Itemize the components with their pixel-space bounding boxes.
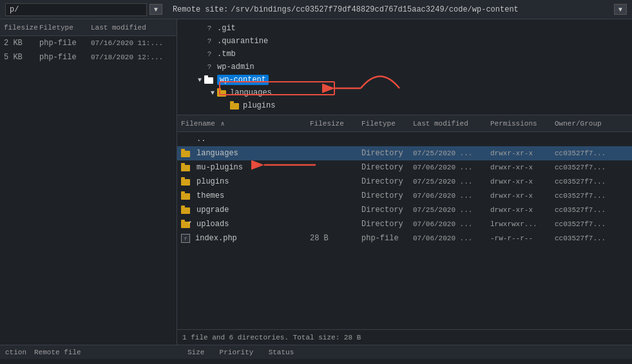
tree-item[interactable]: plugins	[182, 99, 627, 112]
right-cell-perms: drwxr-xr-x	[490, 206, 555, 214]
right-file-row[interactable]: themes Directory 07/06/2020 ... drwxr-xr…	[177, 189, 632, 203]
tree-arrow: ▼	[195, 77, 204, 84]
right-header-owner[interactable]: Owner/Group	[555, 120, 628, 128]
left-cell-filesize: 5 KB	[4, 53, 39, 62]
right-cell-filename: f index.php	[181, 234, 310, 243]
right-cell-lastmod: 07/25/2020 ...	[413, 206, 490, 214]
remote-path-display: /srv/bindings/cc03527f79df48829cd767d15a…	[231, 5, 611, 14]
remote-path-dropdown[interactable]: ▼	[614, 4, 627, 15]
right-cell-lastmod: 07/25/2020 ...	[413, 149, 490, 157]
right-file-row[interactable]: upgrade Directory 07/25/2020 ... drwxr-x…	[177, 203, 632, 217]
tree-label: wp-content	[217, 75, 269, 85]
right-file-row[interactable]: ..	[177, 132, 632, 146]
right-cell-lastmod: 07/06/2020 ...	[413, 192, 490, 200]
right-cell-lastmod: 07/06/2020 ...	[413, 235, 490, 242]
left-file-row[interactable]: 5 KB php-file 07/18/2020 12:...	[0, 50, 177, 64]
folder-icon	[181, 177, 191, 186]
left-header-lastmod: Last modified	[91, 24, 173, 32]
folder-icon	[181, 163, 191, 172]
tree-label: .git	[217, 24, 236, 33]
right-cell-filename: languages	[181, 149, 310, 158]
right-cell-filetype: Directory	[361, 149, 413, 158]
right-header-permissions[interactable]: Permissions	[490, 120, 555, 128]
folder-icon	[181, 206, 191, 215]
right-file-row[interactable]: mu-plugins Directory 07/06/2020 ... drwx…	[177, 160, 632, 175]
right-cell-perms: drwxr-xr-x	[490, 164, 555, 171]
left-cell-filetype: php-file	[39, 39, 91, 48]
sort-arrow: ∧	[220, 120, 224, 128]
right-cell-owner: cc03527f7...	[555, 235, 628, 242]
top-bar: ▼ Remote site: /srv/bindings/cc03527f79d…	[0, 0, 632, 19]
status-right-priority: Priority	[220, 349, 254, 356]
right-cell-perms: drwxr-xr-x	[490, 149, 555, 157]
right-cell-filetype: Directory	[361, 191, 413, 200]
question-icon: ?	[204, 50, 215, 59]
right-file-row[interactable]: plugins Directory 07/25/2020 ... drwxr-x…	[177, 175, 632, 189]
tree-item[interactable]: ▼languages	[182, 86, 627, 99]
right-cell-filename: themes	[181, 191, 310, 200]
right-cell-filename: ↗ uploads	[181, 220, 310, 229]
right-cell-perms: lrwxrwxr...	[490, 220, 555, 228]
right-cell-filetype: Directory	[361, 220, 413, 229]
tree-label: plugins	[243, 101, 275, 110]
tree-item[interactable]: ?.quarantine	[182, 35, 627, 48]
status-right-size: Size	[187, 349, 204, 356]
summary-bar: 1 file and 6 directories. Total size: 28…	[177, 329, 632, 345]
right-header-filename[interactable]: Filename ∧	[181, 120, 310, 128]
folder-icon	[181, 149, 191, 158]
tree-area: ?.git ?.quarantine ?.tmb ?wp-admin▼wp-co…	[177, 19, 632, 115]
tree-item[interactable]: ?.git	[182, 22, 627, 35]
right-pane: ?.git ?.quarantine ?.tmb ?wp-admin▼wp-co…	[177, 19, 632, 345]
local-path-area: ▼	[5, 3, 162, 16]
status-right-status: Status	[269, 349, 294, 356]
tree-label: wp-admin	[217, 62, 254, 72]
right-file-row[interactable]: f index.php 28 B php-file 07/06/2020 ...…	[177, 231, 632, 245]
local-path-dropdown[interactable]: ▼	[149, 4, 162, 15]
status-left-action: ction	[5, 349, 26, 356]
question-icon: ?	[204, 37, 215, 46]
tree-item[interactable]: ▼wp-content	[182, 73, 627, 86]
filename-label: index.php	[195, 234, 237, 243]
right-cell-perms: drwxr-xr-x	[490, 178, 555, 186]
local-path-input[interactable]	[5, 3, 147, 16]
filename-label: themes	[196, 191, 224, 200]
right-header-lastmod[interactable]: Last modified	[413, 120, 490, 128]
left-pane: filesize Filetype Last modified 2 KB php…	[0, 19, 177, 345]
left-file-list: 2 KB php-file 07/16/2020 11:... 5 KB php…	[0, 36, 177, 345]
file-icon: f	[181, 234, 190, 243]
status-bar: ction Remote file Size Priority Status	[0, 345, 632, 359]
left-file-row[interactable]: 2 KB php-file 07/16/2020 11:...	[0, 36, 177, 50]
remote-site-label: Remote site:	[173, 5, 228, 14]
question-icon: ?	[204, 62, 215, 72]
filename-label: ..	[196, 135, 206, 144]
right-cell-filename: mu-plugins	[181, 163, 310, 172]
right-file-row[interactable]: ↗ uploads Directory 07/06/2020 ... lrwxr…	[177, 217, 632, 231]
left-header-filetype: Filetype	[39, 24, 91, 32]
right-cell-filesize: 28 B	[310, 234, 361, 243]
right-cell-filename: ..	[181, 135, 310, 144]
tree-item[interactable]: ?wp-admin	[182, 61, 627, 73]
right-header-filetype[interactable]: Filetype	[361, 120, 413, 128]
left-cell-lastmod: 07/18/2020 12:...	[91, 53, 173, 61]
right-cell-filetype: Directory	[361, 177, 413, 186]
left-cell-lastmod: 07/16/2020 11:...	[91, 39, 173, 47]
right-cell-owner: cc03527f7...	[555, 149, 628, 157]
filename-label: upgrade	[196, 206, 229, 215]
right-file-list: .. languages Directory 07/25/2020 ... dr…	[177, 132, 632, 329]
tree-item[interactable]: ?.tmb	[182, 48, 627, 61]
right-col-headers: Filename ∧ Filesize Filetype Last modifi…	[177, 115, 632, 132]
tree-arrow: ▼	[208, 90, 217, 97]
right-file-row[interactable]: languages Directory 07/25/2020 ... drwxr…	[177, 146, 632, 160]
folder-icon	[230, 101, 240, 110]
summary-text: 1 file and 6 directories. Total size: 28…	[182, 334, 361, 341]
status-bar-right: Size Priority Status	[182, 348, 627, 357]
right-header-filesize[interactable]: Filesize	[310, 120, 361, 128]
right-cell-filetype: php-file	[361, 234, 413, 243]
right-cell-filename: upgrade	[181, 206, 310, 215]
right-cell-lastmod: 07/06/2020 ...	[413, 164, 490, 171]
folder-icon	[181, 191, 191, 200]
right-cell-perms: -rw-r--r--	[490, 235, 555, 242]
filename-label: plugins	[196, 177, 229, 186]
right-cell-filetype: Directory	[361, 163, 413, 172]
filename-label: uploads	[196, 220, 229, 229]
